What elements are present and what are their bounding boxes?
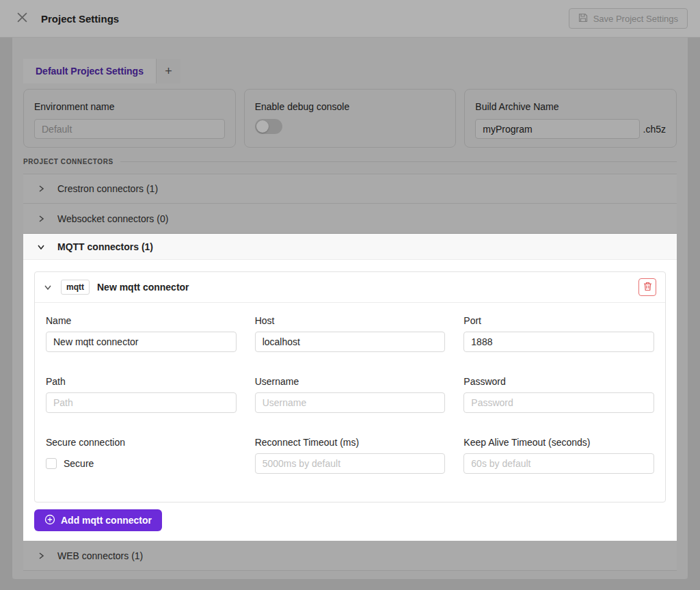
path-label: Path bbox=[46, 376, 237, 387]
host-field-group: Host bbox=[255, 315, 446, 352]
build-archive-input[interactable] bbox=[475, 119, 639, 139]
project-settings-panel: Default Project Settings + Environment n… bbox=[12, 38, 688, 579]
environment-name-card: Environment name bbox=[23, 89, 236, 148]
password-field-group: Password bbox=[463, 376, 654, 413]
path-field-group: Path bbox=[46, 376, 237, 413]
project-connectors-section-label: Project connectors bbox=[23, 158, 677, 165]
chevron-right-icon bbox=[37, 185, 45, 193]
path-input[interactable] bbox=[46, 392, 237, 413]
debug-console-toggle[interactable] bbox=[255, 119, 282, 134]
web-connectors-label: WEB connectors (1) bbox=[57, 550, 143, 561]
mqtt-connectors-label: MQTT connectors (1) bbox=[57, 241, 153, 252]
tab-default-project-settings[interactable]: Default Project Settings bbox=[23, 59, 156, 83]
accordion-crestron-connectors[interactable]: Crestron connectors (1) bbox=[23, 174, 677, 204]
secure-field-group: Secure connection Secure bbox=[46, 437, 237, 474]
debug-console-label: Enable debug console bbox=[255, 101, 446, 112]
secure-checkbox[interactable] bbox=[46, 458, 57, 469]
username-input[interactable] bbox=[255, 392, 446, 413]
chevron-right-icon bbox=[37, 552, 45, 560]
mqtt-connector-card-header[interactable]: mqtt New mqtt connector bbox=[35, 272, 665, 303]
crestron-connectors-label: Crestron connectors (1) bbox=[57, 183, 158, 194]
close-icon bbox=[17, 12, 27, 25]
settings-cards-row: Environment name Enable debug console Bu… bbox=[23, 89, 677, 148]
reconnect-timeout-input[interactable] bbox=[255, 453, 446, 474]
environment-name-input[interactable] bbox=[34, 119, 225, 139]
chevron-down-icon bbox=[37, 243, 45, 251]
environment-name-label: Environment name bbox=[34, 101, 225, 112]
mqtt-connectors-content: mqtt New mqtt connector bbox=[23, 260, 677, 541]
add-button-label: Add mqtt connector bbox=[61, 515, 152, 526]
host-label: Host bbox=[255, 315, 446, 326]
save-project-settings-button[interactable]: Save Project Settings bbox=[569, 8, 688, 29]
reconnect-timeout-label: Reconnect Timeout (ms) bbox=[255, 437, 446, 448]
trash-icon bbox=[643, 282, 652, 293]
close-button[interactable] bbox=[12, 9, 31, 28]
name-field-group: Name bbox=[46, 315, 237, 352]
page-title: Project Settings bbox=[41, 13, 119, 25]
reconnect-timeout-field-group: Reconnect Timeout (ms) bbox=[255, 437, 446, 474]
mqtt-connector-card: mqtt New mqtt connector bbox=[34, 271, 666, 502]
keepalive-timeout-label: Keep Alive Timeout (seconds) bbox=[463, 437, 654, 448]
add-tab-button[interactable]: + bbox=[156, 59, 180, 83]
port-label: Port bbox=[463, 315, 654, 326]
modal-header: Project Settings Save Project Settings bbox=[0, 0, 700, 38]
secure-connection-label: Secure connection bbox=[46, 437, 237, 448]
build-archive-label: Build Archive Name bbox=[475, 101, 666, 112]
add-mqtt-connector-button[interactable]: Add mqtt connector bbox=[34, 509, 162, 531]
host-input[interactable] bbox=[255, 332, 446, 352]
debug-console-card: Enable debug console bbox=[244, 89, 457, 148]
build-archive-card: Build Archive Name .ch5z bbox=[464, 89, 677, 148]
port-input[interactable] bbox=[463, 332, 654, 352]
plus-icon: + bbox=[165, 64, 172, 79]
username-field-group: Username bbox=[255, 376, 446, 413]
connectors-accordion: Crestron connectors (1) Websocket connec… bbox=[23, 174, 677, 571]
username-label: Username bbox=[255, 376, 446, 387]
name-label: Name bbox=[46, 315, 237, 326]
password-label: Password bbox=[463, 376, 654, 387]
section-label-text: Project connectors bbox=[23, 158, 113, 165]
chevron-down-icon bbox=[44, 283, 52, 291]
secure-checkbox-label: Secure bbox=[64, 458, 94, 469]
archive-extension-suffix: .ch5z bbox=[643, 124, 666, 135]
keepalive-timeout-input[interactable] bbox=[463, 453, 654, 474]
mqtt-connectors-section: MQTT connectors (1) mqtt New mqtt connec… bbox=[23, 234, 677, 541]
port-field-group: Port bbox=[463, 315, 654, 352]
keepalive-timeout-field-group: Keep Alive Timeout (seconds) bbox=[463, 437, 654, 474]
save-button-label: Save Project Settings bbox=[593, 14, 678, 24]
plus-circle-icon bbox=[44, 514, 55, 527]
mqtt-type-badge: mqtt bbox=[61, 280, 90, 295]
settings-tab-bar: Default Project Settings + bbox=[23, 38, 677, 83]
chevron-right-icon bbox=[37, 215, 45, 223]
name-input[interactable] bbox=[46, 332, 237, 352]
accordion-mqtt-connectors[interactable]: MQTT connectors (1) bbox=[23, 234, 677, 260]
delete-connector-button[interactable] bbox=[638, 278, 656, 296]
accordion-websocket-connectors[interactable]: Websocket connectors (0) bbox=[23, 204, 677, 234]
save-icon bbox=[578, 13, 588, 25]
websocket-connectors-label: Websocket connectors (0) bbox=[57, 213, 168, 224]
mqtt-connector-form: Name Host Port Path bbox=[35, 303, 665, 502]
mqtt-connector-title: New mqtt connector bbox=[97, 282, 189, 293]
accordion-web-connectors[interactable]: WEB connectors (1) bbox=[23, 541, 677, 571]
password-input[interactable] bbox=[463, 392, 654, 413]
